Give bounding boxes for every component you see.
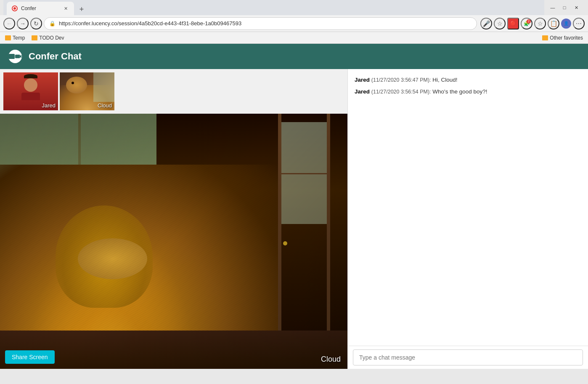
bookmarks-bar: Temp TODO Dev Other favorites [0, 32, 588, 44]
browser-chrome: Confer ✕ + — □ ✕ ← → ↻ 🔒 https://confer.… [0, 0, 588, 44]
navigation-bar: ← → ↻ 🔒 https://confer.lucency.co/sessio… [0, 15, 588, 32]
chat-input-area [348, 346, 588, 369]
main-video: Share Screen Cloud [0, 114, 347, 369]
cloud-label: Cloud [98, 102, 112, 109]
bookmark-todo-dev-label: TODO Dev [39, 35, 64, 41]
svg-rect-0 [15, 55, 20, 58]
thumbnails-row: Jared Cloud [0, 69, 347, 114]
title-bar: Confer ✕ + — □ ✕ [0, 0, 588, 15]
app-title: Confer Chat [29, 51, 82, 62]
bookmark-todo-dev[interactable]: TODO Dev [30, 34, 66, 42]
bookmark-temp-label: Temp [13, 35, 25, 41]
folder-icon [32, 35, 37, 40]
url-text: https://confer.lucency.co/session/4a5b20… [59, 20, 471, 27]
app-container: Confer Chat Jared [0, 44, 588, 369]
message-sender-2: Jared [355, 88, 370, 95]
bookmark-star-icon[interactable]: ☆ [494, 18, 506, 29]
chat-input[interactable] [353, 349, 583, 365]
other-favorites-folder-icon [542, 35, 548, 40]
tab-close-button[interactable]: ✕ [62, 5, 69, 12]
message-timestamp-2: (11/27/2020 3:56:54 PM): [371, 89, 431, 95]
refresh-button[interactable]: ↻ [30, 18, 42, 29]
camera-icon [8, 50, 22, 63]
lock-icon: 🔒 [49, 21, 56, 27]
active-tab[interactable]: Confer ✕ [7, 2, 74, 15]
message-text-2: Who's the good boy?! [432, 88, 487, 95]
main-content: Jared Cloud [0, 69, 588, 369]
jared-label: Jared [42, 102, 56, 109]
tab-title: Confer [21, 5, 59, 11]
thumbnail-cloud[interactable]: Cloud [60, 72, 114, 110]
app-header: Confer Chat [0, 44, 588, 69]
address-bar[interactable]: 🔒 https://confer.lucency.co/session/4a5b… [44, 17, 477, 30]
folder-icon [5, 35, 11, 40]
microphone-icon[interactable]: 🎤 [480, 18, 492, 29]
window-minimize-button[interactable]: — [549, 4, 556, 11]
camera-svg [15, 53, 22, 60]
message-timestamp-1: (11/27/2020 3:56:47 PM): [371, 77, 431, 83]
other-favorites[interactable]: Other favorites [540, 34, 585, 42]
video-section: Jared Cloud [0, 69, 347, 369]
window-maximize-button[interactable]: □ [561, 4, 568, 11]
bookmark-temp[interactable]: Temp [3, 34, 26, 42]
screenshot-icon[interactable]: 🔴 [507, 18, 519, 29]
chat-messages: Jared (11/27/2020 3:56:47 PM): Hi, Cloud… [348, 69, 588, 346]
profile-avatar[interactable]: 👤 [561, 19, 571, 29]
nav-icons: 🎤 ☆ 🔴 🧩2 ☆ 📋 👤 ⋯ [480, 18, 585, 29]
window-close-button[interactable]: ✕ [573, 4, 580, 11]
favorites-icon[interactable]: ☆ [534, 18, 546, 29]
message-sender-1: Jared [355, 77, 370, 83]
main-video-label: Cloud [321, 355, 341, 364]
browser-menu-button[interactable]: ⋯ [573, 18, 585, 29]
chat-section: Jared (11/27/2020 3:56:47 PM): Hi, Cloud… [347, 69, 588, 369]
message-text-1: Hi, Cloud! [432, 77, 457, 83]
chat-message-2: Jared (11/27/2020 3:56:54 PM): Who's the… [355, 88, 581, 96]
new-tab-button[interactable]: + [76, 3, 87, 15]
thumbnail-jared[interactable]: Jared [3, 72, 58, 110]
extension-icon[interactable]: 🧩2 [521, 18, 532, 29]
other-favorites-label: Other favorites [550, 35, 583, 41]
share-screen-button[interactable]: Share Screen [5, 350, 55, 364]
tab-favicon [12, 5, 18, 11]
tab-favicon-ring [13, 6, 17, 11]
back-button[interactable]: ← [3, 18, 15, 29]
collections-icon[interactable]: 📋 [548, 18, 559, 29]
forward-button[interactable]: → [17, 18, 29, 29]
chat-message-1: Jared (11/27/2020 3:56:47 PM): Hi, Cloud… [355, 76, 581, 84]
svg-marker-1 [20, 55, 21, 58]
